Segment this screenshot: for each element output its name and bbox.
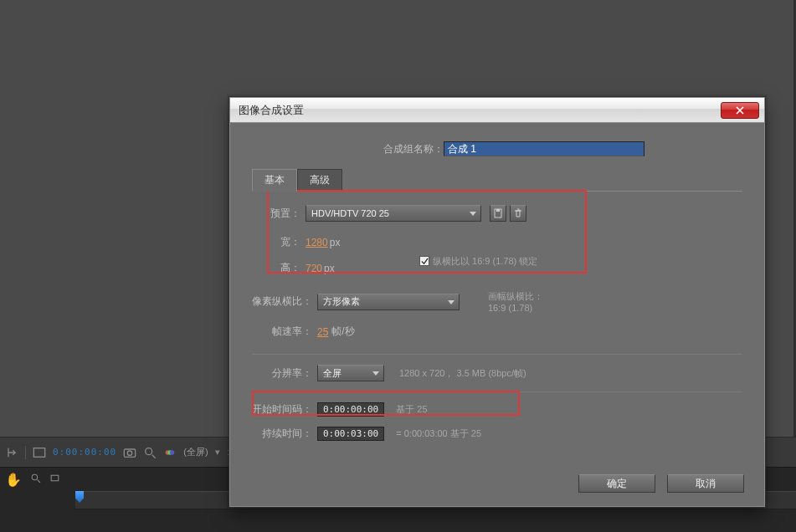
preset-label: 预置：	[267, 207, 306, 221]
dialog-body: 合成组名称： 基本 高级 预置： HDV/HDTV 720 25	[230, 123, 764, 506]
hand-tool-icon[interactable]: ✋	[5, 472, 22, 488]
fps-unit: 帧/秒	[331, 325, 354, 339]
magnify-icon[interactable]	[143, 446, 157, 459]
svg-point-2	[128, 451, 132, 455]
dropdown-arrow-icon[interactable]: ▾	[215, 447, 220, 458]
frame-icon[interactable]	[33, 446, 46, 459]
current-time-display[interactable]: 0:00:00:00	[53, 447, 116, 458]
start-tc-label: 开始时间码：	[252, 402, 317, 417]
save-icon	[493, 208, 503, 218]
comp-name-label: 合成组名称：	[383, 142, 444, 156]
frame-aspect-value: 16:9 (1.78)	[488, 303, 543, 313]
duration-readout: = 0:00:03:00 基于 25	[396, 427, 481, 440]
close-icon	[736, 106, 744, 115]
duration-input[interactable]: 0:00:03:00	[317, 427, 384, 441]
res-readout: 1280 x 720， 3.5 MB (8bpc/帧)	[399, 367, 526, 380]
svg-rect-9	[51, 475, 59, 481]
divider	[252, 391, 742, 392]
height-label: 高：	[267, 261, 306, 275]
zoom-tool-icon[interactable]	[30, 472, 41, 487]
tab-advanced[interactable]: 高级	[297, 169, 342, 192]
dialog-footer: 确定 取消	[578, 474, 744, 493]
ok-button[interactable]: 确定	[578, 474, 655, 493]
separator	[25, 446, 26, 459]
delete-preset-button[interactable]	[510, 205, 526, 222]
resolution-readout[interactable]: (全屏)	[183, 446, 208, 458]
par-dropdown[interactable]: 方形像素	[317, 294, 460, 310]
height-unit: px	[324, 263, 335, 274]
height-value[interactable]: 720	[306, 263, 322, 274]
region-tool-icon[interactable]	[49, 472, 60, 487]
comp-name-input[interactable]	[444, 141, 645, 156]
divider	[252, 354, 742, 355]
par-value: 方形像素	[323, 295, 360, 308]
close-button[interactable]	[721, 102, 759, 119]
lock-aspect-label: 纵横比以 16:9 (1.78) 锁定	[433, 255, 537, 268]
fps-value[interactable]: 25	[317, 326, 328, 338]
dialog-title: 图像合成设置	[239, 103, 721, 118]
trash-icon	[513, 208, 523, 218]
svg-rect-0	[33, 448, 44, 457]
snapshot-icon[interactable]	[123, 446, 136, 459]
par-label: 像素纵横比：	[252, 294, 317, 309]
tab-bar: 基本 高级	[252, 168, 742, 191]
res-value: 全屏	[323, 367, 342, 380]
duration-label: 持续时间：	[252, 427, 317, 441]
width-label: 宽：	[267, 235, 306, 249]
start-tc-input[interactable]: 0:00:00:00	[317, 402, 384, 417]
svg-point-8	[32, 474, 38, 480]
checkmark-icon	[421, 258, 429, 265]
fps-label: 帧速率：	[252, 325, 317, 339]
preset-dropdown[interactable]: HDV/HDTV 720 25	[306, 205, 481, 222]
inpoint-icon[interactable]	[5, 446, 18, 459]
svg-point-6	[170, 450, 174, 454]
res-label: 分辨率：	[252, 366, 317, 381]
lock-aspect-checkbox[interactable]	[419, 256, 429, 266]
svg-rect-11	[496, 209, 500, 212]
save-preset-button[interactable]	[490, 205, 506, 222]
cancel-button[interactable]: 取消	[667, 474, 744, 493]
width-unit: px	[330, 237, 341, 248]
dialog-titlebar[interactable]: 图像合成设置	[230, 98, 764, 123]
frame-aspect-label: 画幅纵横比：	[488, 290, 543, 303]
start-tc-note: 基于 25	[396, 403, 427, 416]
composition-settings-dialog: 图像合成设置 合成组名称： 基本 高级 预置： HDV/HDTV 720 25	[229, 97, 765, 507]
channel-icon[interactable]	[163, 446, 177, 459]
res-dropdown[interactable]: 全屏	[317, 365, 384, 381]
svg-point-3	[146, 448, 152, 454]
preset-value: HDV/HDTV 720 25	[311, 208, 389, 218]
width-value[interactable]: 1280	[306, 237, 328, 248]
tab-basic[interactable]: 基本	[252, 169, 297, 192]
